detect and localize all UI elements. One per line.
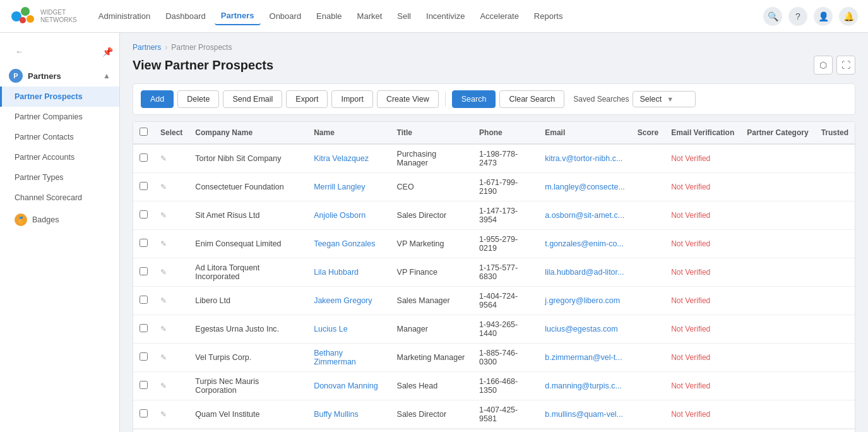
edit-icon-8[interactable]: ✎: [160, 381, 167, 390]
sidebar-toggle-icon[interactable]: ▲: [103, 71, 110, 80]
nav-reports[interactable]: Reports: [528, 8, 569, 25]
search-button[interactable]: 🔍: [763, 7, 782, 26]
email-link-1[interactable]: m.langley@consecte...: [545, 183, 625, 191]
email-link-8[interactable]: d.manning@turpis.c...: [545, 381, 622, 390]
sidebar-item-partner-contacts[interactable]: Partner Contacts: [0, 127, 119, 147]
fullscreen-icon[interactable]: ⛶: [836, 56, 855, 75]
row-checkbox-3[interactable]: [140, 239, 148, 247]
nav-partners[interactable]: Partners: [215, 7, 261, 25]
row-checkbox-5[interactable]: [140, 296, 148, 304]
external-link-icon[interactable]: ⬡: [814, 56, 833, 75]
nav-enable[interactable]: Enable: [310, 8, 348, 25]
edit-icon-2[interactable]: ✎: [160, 211, 167, 220]
add-button[interactable]: Add: [141, 90, 174, 108]
row-checkbox-1[interactable]: [140, 182, 148, 190]
name-link-5[interactable]: Jakeem Gregory: [314, 296, 372, 305]
partners-section-icon: P: [9, 69, 23, 83]
edit-icon-3[interactable]: ✎: [160, 239, 167, 248]
breadcrumb-parent[interactable]: Partners: [133, 43, 161, 52]
sidebar-item-partner-types[interactable]: Partner Types: [0, 167, 119, 188]
row-score-9: [631, 400, 665, 429]
sidebar-section-header[interactable]: P Partners ▲: [0, 63, 119, 87]
notifications-button[interactable]: 🔔: [839, 7, 858, 26]
create-view-button[interactable]: Create View: [377, 90, 439, 108]
help-button[interactable]: ?: [788, 7, 807, 26]
edit-icon-7[interactable]: ✎: [160, 353, 167, 362]
select-all-checkbox[interactable]: [140, 128, 148, 136]
clear-search-button[interactable]: Clear Search: [499, 90, 564, 108]
name-link-0[interactable]: Kitra Velazquez: [314, 154, 369, 163]
edit-icon-5[interactable]: ✎: [160, 296, 167, 305]
sidebar-item-partner-accounts[interactable]: Partner Accounts: [0, 147, 119, 167]
row-email-0: kitra.v@tortor-nibh.c...: [538, 144, 631, 173]
name-link-3[interactable]: Teegan Gonzales: [314, 239, 375, 248]
search-button[interactable]: Search: [452, 90, 496, 108]
row-trusted-4: [815, 258, 855, 287]
profile-button[interactable]: 👤: [814, 7, 833, 26]
edit-icon-9[interactable]: ✎: [160, 410, 167, 419]
email-link-3[interactable]: t.gonzales@enim-co...: [545, 239, 624, 248]
sidebar-pin-button[interactable]: 📌: [102, 47, 113, 57]
nav-accelerate[interactable]: Accelerate: [473, 8, 525, 25]
email-link-4[interactable]: lila.hubbard@ad-litor...: [545, 268, 624, 277]
email-link-9[interactable]: b.mullins@quam-vel...: [545, 410, 623, 419]
name-link-1[interactable]: Merrill Langley: [314, 183, 365, 191]
row-checkbox-6[interactable]: [140, 324, 148, 332]
row-checkbox-7[interactable]: [140, 352, 148, 361]
row-checkbox-8[interactable]: [140, 381, 148, 389]
edit-icon-0[interactable]: ✎: [160, 154, 167, 163]
header-partner-category: Partner Category: [740, 122, 814, 144]
name-link-8[interactable]: Donovan Manning: [314, 381, 378, 390]
verification-status-5: Not Verified: [671, 296, 710, 305]
row-email-9: b.mullins@quam-vel...: [538, 400, 631, 429]
row-edit-cell-2: ✎: [154, 201, 189, 230]
name-link-7[interactable]: Bethany Zimmerman: [314, 349, 356, 366]
export-button[interactable]: Export: [286, 90, 328, 108]
row-trusted-7: [815, 344, 855, 372]
sidebar-item-badges[interactable]: 🏅 Badges: [0, 208, 119, 232]
page-title: View Partner Prospects: [133, 58, 273, 73]
name-link-4[interactable]: Lila Hubbard: [314, 268, 359, 277]
edit-icon-6[interactable]: ✎: [160, 325, 167, 333]
email-link-2[interactable]: a.osborn@sit-amet.c...: [545, 211, 624, 220]
nav-onboard[interactable]: Onboard: [263, 8, 308, 25]
logo[interactable]: WIDGET NETWORKS: [10, 5, 77, 28]
row-name-8: Donovan Manning: [307, 372, 390, 400]
nav-incentivize[interactable]: Incentivize: [420, 8, 471, 25]
edit-icon-1[interactable]: ✎: [160, 183, 167, 191]
name-link-6[interactable]: Lucius Le: [314, 325, 348, 333]
nav-market[interactable]: Market: [351, 8, 389, 25]
nav-sell[interactable]: Sell: [391, 8, 417, 25]
import-button[interactable]: Import: [331, 90, 372, 108]
nav-administration[interactable]: Administration: [92, 8, 157, 25]
sidebar-section-label: Partners: [28, 71, 61, 81]
sidebar-item-channel-scorecard[interactable]: Channel Scorecard: [0, 188, 119, 208]
logo-text: WIDGET NETWORKS: [40, 9, 77, 24]
row-checkbox-4[interactable]: [140, 267, 148, 275]
row-checkbox-2[interactable]: [140, 210, 148, 219]
sidebar-item-partner-companies[interactable]: Partner Companies: [0, 107, 119, 127]
name-link-2[interactable]: Anjolie Osborn: [314, 211, 366, 220]
row-name-7: Bethany Zimmerman: [307, 344, 390, 372]
email-link-6[interactable]: lucius@egestas.com: [545, 325, 618, 333]
saved-searches-select[interactable]: Select ▼: [633, 91, 696, 107]
email-link-5[interactable]: j.gregory@libero.com: [545, 296, 620, 305]
row-edit-cell-1: ✎: [154, 173, 189, 201]
row-name-5: Jakeem Gregory: [307, 287, 390, 315]
pagination-bar: 10 ▼ << < 1 2 3 4 5 6 > >> (The selected…: [133, 429, 855, 432]
verification-status-7: Not Verified: [671, 353, 710, 362]
row-checkbox-0[interactable]: [140, 153, 148, 162]
delete-button[interactable]: Delete: [177, 90, 219, 108]
row-checkbox-9[interactable]: [140, 409, 148, 417]
edit-icon-4[interactable]: ✎: [160, 268, 167, 277]
row-email-6: lucius@egestas.com: [538, 315, 631, 344]
email-link-0[interactable]: kitra.v@tortor-nibh.c...: [545, 154, 622, 163]
nav-dashboard[interactable]: Dashboard: [159, 8, 212, 25]
sidebar-back-button[interactable]: ←: [6, 43, 32, 60]
name-link-9[interactable]: Buffy Mullins: [314, 410, 359, 419]
sidebar-item-partner-prospects[interactable]: Partner Prospects: [0, 87, 119, 107]
nav-menu: Administration Dashboard Partners Onboar…: [92, 7, 763, 25]
email-link-7[interactable]: b.zimmerman@vel-t...: [545, 353, 622, 362]
send-email-button[interactable]: Send Email: [223, 90, 282, 108]
row-title-4: VP Finance: [391, 258, 473, 287]
